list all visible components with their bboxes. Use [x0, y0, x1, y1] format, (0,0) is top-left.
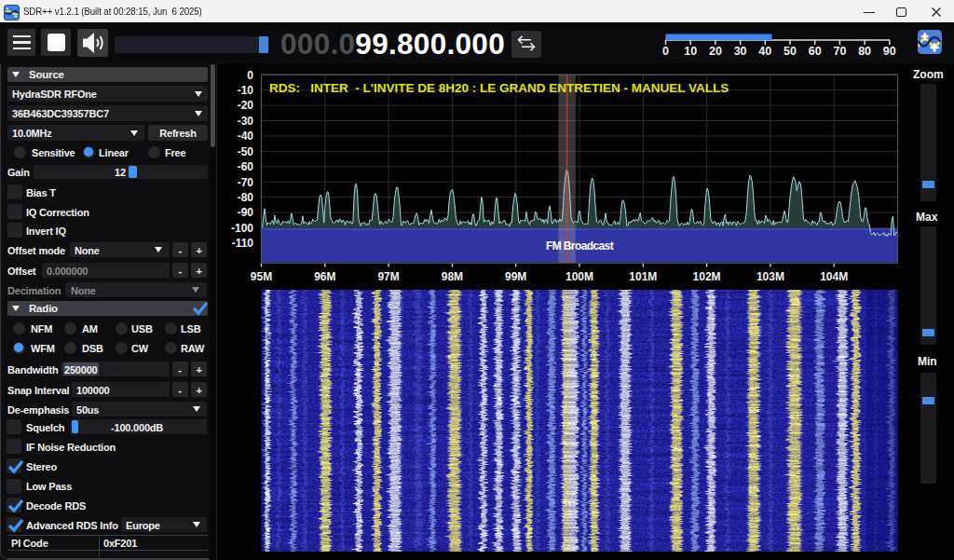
svg-text:60: 60 [809, 45, 822, 58]
svg-text:-80: -80 [238, 191, 254, 204]
svg-text:99M: 99M [505, 270, 526, 283]
svg-text:-70: -70 [238, 176, 254, 189]
svg-text:-90: -90 [238, 206, 254, 219]
svg-text:100M: 100M [566, 270, 593, 283]
svg-text:96M: 96M [314, 270, 335, 283]
svg-text:80: 80 [858, 45, 871, 58]
svg-text:-20: -20 [238, 99, 254, 112]
svg-text:90: 90 [883, 45, 896, 58]
svg-text:-10: -10 [238, 84, 254, 97]
svg-text:-40: -40 [238, 130, 254, 143]
svg-text:RDS: INTER - L'INVITE DE 8H: RDS: INTER - L'INVITE DE 8H20 : LE GRAND… [269, 81, 729, 95]
svg-text:50: 50 [784, 45, 797, 58]
svg-text:40: 40 [758, 45, 771, 58]
svg-text:101M: 101M [629, 270, 657, 283]
svg-text:98M: 98M [442, 270, 463, 283]
svg-text:70: 70 [833, 45, 846, 58]
svg-text:95M: 95M [251, 270, 272, 283]
svg-text:-60: -60 [238, 160, 254, 173]
svg-text:-100: -100 [231, 222, 253, 235]
svg-text:-30: -30 [238, 115, 254, 128]
svg-text:104M: 104M [820, 270, 848, 283]
svg-text:10: 10 [684, 45, 697, 58]
svg-text:FM Broadcast: FM Broadcast [546, 239, 614, 253]
svg-text:30: 30 [734, 45, 747, 58]
svg-text:20: 20 [709, 45, 722, 58]
svg-text:102M: 102M [693, 270, 721, 283]
svg-text:103M: 103M [756, 270, 784, 283]
svg-text:-110: -110 [232, 237, 254, 250]
svg-text:0: 0 [662, 45, 669, 58]
svg-text:0: 0 [247, 69, 253, 82]
svg-text:97M: 97M [377, 270, 399, 283]
svg-text:-50: -50 [238, 145, 254, 158]
